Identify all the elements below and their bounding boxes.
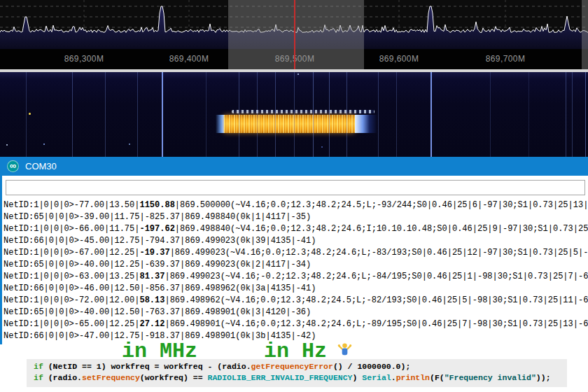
serial-log-line: NetID:1|0|0|0>-67.00|12.25|-19.37|869.49… [4, 247, 588, 259]
frequency-tick-label: 869,300M [64, 54, 104, 64]
serial-log-line: NetID:1|0|0|0>-65.00|12.25|27.12|869.498… [4, 318, 588, 330]
serial-log-line: NetID:66|0|0|0>-45.00|12.75|-794.37|869.… [4, 235, 588, 247]
waterfall-carrier-line [26, 72, 27, 157]
waterfall-carrier-line [206, 72, 206, 157]
waterfall-carrier-line [239, 72, 239, 157]
code-snippet: if (NetID == 1) workfreq = workfreq - (r… [27, 359, 567, 387]
waterfall-carrier-line [294, 72, 295, 157]
waterfall-carrier-line [566, 72, 566, 157]
serial-monitor-titlebar[interactable]: ∞ COM30 [0, 157, 588, 176]
edge-highlight-band [582, 0, 588, 69]
waterfall-signal-sideband [232, 110, 374, 113]
tuning-highlight-band [228, 0, 364, 69]
serial-log[interactable]: NetID:1|0|0|0>-77.00|13.50|1150.88|869.5… [2, 200, 588, 344]
waterfall-carrier-line [257, 72, 258, 157]
waterfall-signal-fade [355, 115, 377, 133]
waterfall-dot [6, 144, 8, 146]
waterfall-signal-burst [224, 115, 355, 133]
serial-log-line: NetID:65|0|0|0>-40.00|12.25|-639.37|869.… [4, 259, 588, 271]
tuning-frequency-marker[interactable] [294, 0, 295, 69]
code-line: if (radio.setFrequency(workfreq) == RADI… [34, 372, 567, 384]
spectrum-panel[interactable]: 869,300M869,400M869,500M869,600M869,700M [0, 0, 588, 69]
serial-log-line: NetID:65|0|0|0>-39.00|11.75|-825.37|869.… [4, 211, 588, 223]
waterfall-carrier-line [137, 72, 138, 157]
sdr-serial-screen: 869,300M869,400M869,500M869,600M869,700M… [0, 0, 588, 392]
waterfall-carrier-line [490, 72, 491, 157]
serial-log-line: NetID:65|0|0|0>-40.00|12.50|-763.37|869.… [4, 307, 588, 318]
waterfall-carrier-line [396, 72, 397, 157]
serial-log-line: NetID:1|0|0|0>-66.00|11.75|-197.62|869.4… [4, 223, 588, 235]
frequency-tick-label: 869,700M [486, 54, 526, 64]
annotation-mhz: in MHz [122, 342, 197, 360]
waterfall-dot [321, 146, 323, 148]
waterfall-carrier-line [105, 72, 106, 157]
serial-log-line: NetID:1|0|0|0>-63.00|13.25|81.37|869.499… [4, 271, 588, 283]
code-line: if (NetID == 1) workfreq = workfreq - (r… [34, 361, 567, 372]
waterfall-carrier-line [72, 72, 73, 157]
serial-log-line: NetID:1|0|0|0>-72.00|12.00|58.13|869.498… [4, 295, 588, 307]
waterfall-carrier-line [528, 72, 529, 157]
waterfall-carrier-line [346, 72, 347, 157]
frequency-tick-label: 869,600M [379, 54, 419, 64]
serial-log-line: NetID:66|0|0|0>-46.00|12.50|-856.37|869.… [4, 283, 588, 295]
waterfall-dot [298, 74, 299, 75]
waterfall-carrier-line [572, 72, 573, 157]
waterfall-carrier-line [585, 72, 586, 157]
waterfall-dot [129, 144, 130, 145]
waterfall[interactable] [0, 72, 588, 157]
serial-monitor-body: NetID:1|0|0|0>-77.00|13.50|1150.88|869.5… [0, 176, 588, 344]
frequency-tick-label: 869,400M [169, 54, 209, 64]
window-title: COM30 [25, 161, 57, 172]
waterfall-carrier-line [378, 72, 379, 157]
arduino-icon: ∞ [7, 160, 19, 172]
serial-input[interactable] [6, 180, 585, 195]
waterfall-carrier-line [329, 72, 330, 157]
waterfall-carrier-line [313, 72, 314, 157]
person-shrugging-icon [337, 341, 353, 357]
waterfall-dot [43, 144, 45, 145]
waterfall-carrier-line [275, 72, 276, 157]
serial-log-line: NetID:1|0|0|0>-77.00|13.50|1150.88|869.5… [4, 200, 588, 211]
waterfall-dot [29, 113, 31, 115]
waterfall-carrier-line [430, 72, 432, 157]
annotation-hz: in Hz [264, 342, 327, 360]
waterfall-carrier-line [162, 72, 163, 157]
